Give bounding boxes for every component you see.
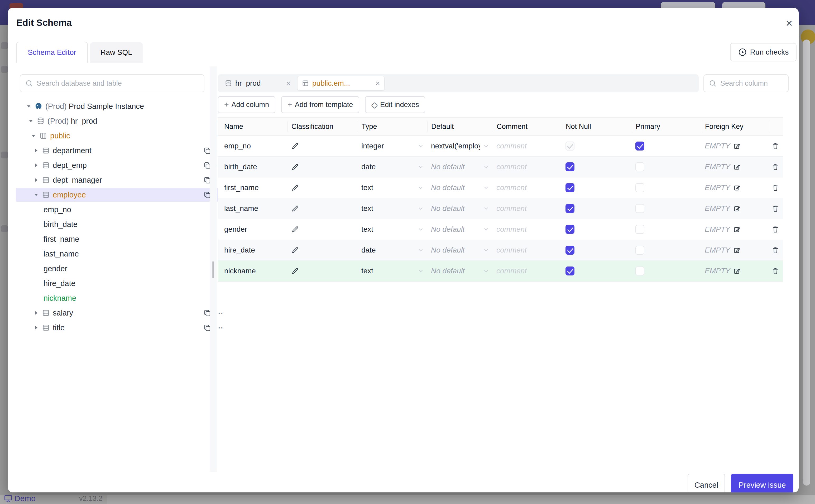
default-select[interactable]: No default — [427, 183, 493, 192]
not-null-checkbox[interactable] — [566, 246, 575, 255]
pencil-icon[interactable] — [291, 184, 299, 192]
column-name[interactable]: emp_no — [224, 142, 251, 150]
trash-icon[interactable] — [771, 163, 780, 171]
type-select[interactable]: integer — [358, 142, 427, 150]
page-scrollbar[interactable] — [803, 40, 810, 486]
type-select[interactable]: date — [358, 246, 427, 254]
type-select[interactable]: text — [358, 267, 427, 275]
editor-tab-public-employee[interactable]: public.em... × — [297, 76, 384, 90]
trash-icon[interactable] — [771, 204, 780, 213]
default-select[interactable]: No default — [427, 225, 493, 234]
default-select[interactable]: No default — [427, 204, 493, 213]
add-from-template-button[interactable]: + Add from template — [281, 96, 359, 113]
tree-column-gender[interactable]: gender — [16, 262, 237, 275]
trash-icon[interactable] — [771, 267, 780, 275]
tree-item-table-title[interactable]: title ⋯ — [16, 321, 226, 335]
chevron-down-icon[interactable] — [30, 134, 37, 138]
trash-icon[interactable] — [771, 142, 780, 150]
comment-input[interactable]: comment — [497, 183, 527, 192]
default-select[interactable]: No default — [427, 246, 493, 254]
chevron-right-icon[interactable] — [33, 178, 40, 182]
close-tab-icon[interactable]: × — [375, 79, 380, 88]
tab-raw-sql[interactable]: Raw SQL — [90, 42, 143, 63]
tree-column-nickname-added[interactable]: nickname — [16, 291, 237, 305]
tree-item-database[interactable]: (Prod)hr_prod ⋯ — [16, 114, 221, 128]
column-name[interactable]: nickname — [224, 267, 256, 275]
tree-item-instance[interactable]: (Prod)Prod Sample Instance — [16, 99, 219, 113]
tree-item-table-dept-manager[interactable]: dept_manager ⋯ — [16, 173, 226, 187]
cancel-button[interactable]: Cancel — [688, 474, 725, 492]
chevron-right-icon[interactable] — [33, 163, 40, 167]
close-icon[interactable]: × — [782, 16, 797, 31]
not-null-checkbox[interactable] — [566, 204, 575, 213]
pencil-icon[interactable] — [291, 246, 299, 254]
tree-column-hire-date[interactable]: hire_date — [16, 277, 237, 290]
comment-input[interactable]: comment — [497, 246, 527, 254]
pencil-icon[interactable] — [291, 163, 299, 171]
tree-item-table-salary[interactable]: salary ⋯ — [16, 306, 226, 320]
pencil-icon[interactable] — [291, 205, 299, 212]
chevron-down-icon[interactable] — [33, 193, 40, 197]
edit-foreign-key-icon[interactable] — [733, 142, 741, 150]
chevron-right-icon[interactable] — [33, 311, 40, 315]
panel-resizer[interactable] — [210, 66, 217, 472]
chevron-right-icon[interactable] — [33, 148, 40, 153]
comment-input[interactable]: comment — [497, 142, 527, 150]
edit-indexes-button[interactable]: ◇ Edit indexes — [365, 96, 425, 113]
database-search[interactable] — [20, 74, 204, 92]
primary-checkbox[interactable] — [635, 225, 644, 234]
primary-checkbox[interactable] — [635, 183, 644, 192]
edit-foreign-key-icon[interactable] — [733, 226, 741, 233]
primary-checkbox[interactable] — [635, 246, 644, 255]
comment-input[interactable]: comment — [497, 163, 527, 171]
pencil-icon[interactable] — [291, 267, 299, 275]
tree-item-schema-public[interactable]: public ⋯ — [16, 129, 224, 143]
type-select[interactable]: text — [358, 204, 427, 213]
editor-tab-hr-prod[interactable]: hr_prod × — [220, 76, 295, 90]
trash-icon[interactable] — [771, 225, 780, 234]
edit-foreign-key-icon[interactable] — [733, 163, 741, 171]
tree-column-first-name[interactable]: first_name — [16, 232, 237, 246]
not-null-checkbox[interactable] — [566, 225, 575, 234]
type-select[interactable]: date — [358, 163, 427, 171]
comment-input[interactable]: comment — [497, 267, 527, 275]
tree-item-table-department[interactable]: department ⋯ — [16, 144, 226, 157]
not-null-checkbox[interactable] — [566, 266, 575, 275]
pencil-icon[interactable] — [291, 225, 299, 233]
primary-checkbox[interactable] — [635, 266, 644, 275]
tree-item-table-dept-emp[interactable]: dept_emp ⋯ — [16, 158, 226, 172]
not-null-checkbox[interactable] — [566, 162, 575, 171]
add-column-button[interactable]: + Add column — [218, 96, 275, 113]
edit-foreign-key-icon[interactable] — [733, 267, 741, 275]
chevron-down-icon[interactable] — [25, 104, 32, 108]
close-tab-icon[interactable]: × — [286, 79, 291, 88]
column-name[interactable]: hire_date — [224, 246, 255, 254]
tab-schema-editor[interactable]: Schema Editor — [16, 42, 88, 63]
database-search-input[interactable] — [36, 79, 199, 88]
edit-foreign-key-icon[interactable] — [733, 184, 741, 191]
tree-column-last-name[interactable]: last_name — [16, 247, 237, 261]
tree-column-birth-date[interactable]: birth_date — [16, 217, 237, 231]
primary-checkbox[interactable] — [635, 142, 644, 151]
trash-icon[interactable] — [771, 183, 780, 192]
edit-foreign-key-icon[interactable] — [733, 205, 741, 212]
type-select[interactable]: text — [358, 183, 427, 192]
comment-input[interactable]: comment — [497, 204, 527, 213]
preview-issue-button[interactable]: Preview issue — [731, 474, 793, 492]
pencil-icon[interactable] — [291, 142, 299, 150]
column-name[interactable]: gender — [224, 225, 247, 234]
column-name[interactable]: first_name — [224, 183, 259, 192]
primary-checkbox[interactable] — [635, 162, 644, 171]
column-search[interactable] — [703, 74, 789, 92]
not-null-checkbox[interactable] — [566, 183, 575, 192]
comment-input[interactable]: comment — [497, 225, 527, 234]
column-name[interactable]: last_name — [224, 204, 258, 213]
default-select[interactable]: No default — [427, 163, 493, 171]
chevron-right-icon[interactable] — [33, 326, 40, 330]
trash-icon[interactable] — [771, 246, 780, 254]
chevron-down-icon[interactable] — [27, 119, 34, 123]
run-checks-button[interactable]: Run checks — [730, 43, 797, 61]
default-select[interactable]: No default — [427, 267, 493, 275]
column-search-input[interactable] — [720, 79, 799, 88]
edit-foreign-key-icon[interactable] — [733, 246, 741, 254]
